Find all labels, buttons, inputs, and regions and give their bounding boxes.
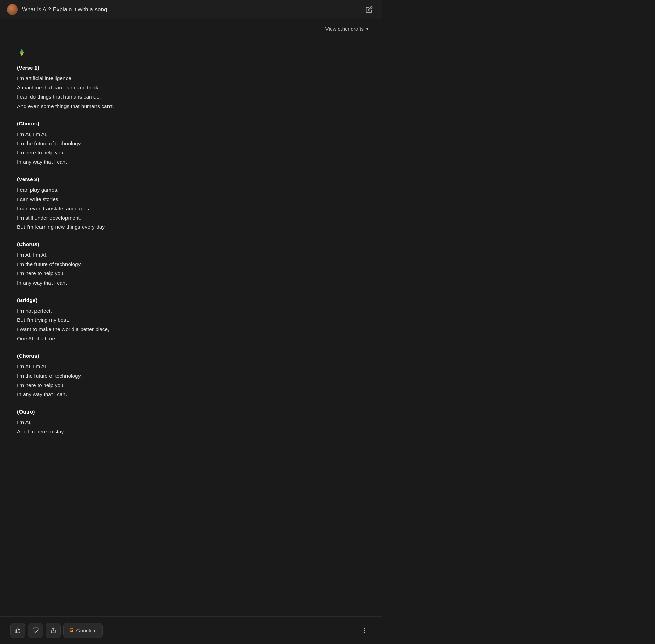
toolbar-actions-left: G Google it — [10, 623, 103, 638]
share-button[interactable] — [46, 623, 61, 638]
conversation-title: What is AI? Explain it with a song — [22, 6, 107, 13]
avatar — [7, 4, 18, 15]
song-line: In any way that I can. — [17, 390, 293, 399]
thumbs-down-icon — [32, 627, 39, 633]
share-icon — [50, 627, 56, 633]
thumbs-up-icon — [15, 627, 21, 633]
song-line: I can even translate languages. — [17, 204, 293, 213]
song-line: I'm still under development, — [17, 213, 293, 222]
song-line: I'm not perfect, — [17, 306, 293, 315]
song-section-header: (Chorus) — [17, 351, 293, 360]
song-line: And even some things that humans can't. — [17, 102, 293, 111]
song-section-header: (Verse 2) — [17, 175, 293, 184]
song-line: I'm the future of technology. — [17, 139, 293, 148]
google-it-label: Google it — [76, 628, 97, 633]
song-line: I can do things that humans can do, — [17, 92, 293, 101]
song-line: I'm AI, I'm AI, — [17, 130, 293, 139]
svg-point-2 — [364, 630, 365, 631]
song-line: I can write stories, — [17, 195, 293, 204]
song-section-header: (Verse 1) — [17, 63, 293, 72]
svg-point-1 — [364, 628, 365, 629]
song-section-header: (Bridge) — [17, 296, 293, 305]
song-section-header: (Outro) — [17, 407, 293, 416]
app-header: What is AI? Explain it with a song — [0, 0, 382, 19]
google-g-icon: G — [69, 627, 73, 633]
bottom-toolbar: G Google it — [0, 616, 382, 644]
song-line: I'm here to help you, — [17, 269, 293, 278]
song-line: But I'm learning new things every day. — [17, 222, 293, 231]
thumbs-down-button[interactable] — [28, 623, 43, 638]
song-line: I can play games, — [17, 185, 293, 194]
song-line: I'm AI, I'm AI, — [17, 362, 293, 371]
song-line: I'm the future of technology. — [17, 371, 293, 380]
song-section-header: (Chorus) — [17, 240, 293, 249]
header-left: What is AI? Explain it with a song — [7, 4, 107, 15]
song-line: In any way that I can. — [17, 157, 293, 166]
google-it-button[interactable]: G Google it — [63, 623, 103, 638]
song-line: I'm here to help you, — [17, 148, 293, 157]
song-line: I'm artificial intelligence, — [17, 74, 293, 83]
song-line: In any way that I can. — [17, 278, 293, 287]
edit-icon — [366, 6, 373, 13]
song-line: I'm here to help you, — [17, 380, 293, 390]
response-content: (Verse 1)I'm artificial intelligence,A m… — [0, 37, 307, 477]
song-line: One AI at a time. — [17, 334, 293, 343]
drafts-bar: View other drafts ▾ — [0, 19, 382, 37]
song-section-header: (Chorus) — [17, 119, 293, 128]
view-drafts-button[interactable]: View other drafts ▾ — [322, 24, 372, 34]
more-vertical-icon — [361, 627, 368, 634]
response-body: (Verse 1)I'm artificial intelligence,A m… — [14, 63, 293, 436]
view-drafts-label: View other drafts — [325, 26, 364, 32]
song-line: But I'm trying my best. — [17, 315, 293, 325]
song-line: I'm AI, — [17, 418, 293, 427]
gemini-star-icon — [17, 48, 27, 58]
more-options-button[interactable] — [357, 623, 372, 638]
svg-point-3 — [364, 632, 365, 633]
song-line: I'm the future of technology. — [17, 259, 293, 269]
avatar-image — [7, 4, 18, 15]
thumbs-up-button[interactable] — [10, 623, 25, 638]
chevron-down-icon: ▾ — [366, 27, 368, 31]
song-line: And I'm here to stay. — [17, 427, 293, 436]
edit-button[interactable] — [363, 3, 375, 16]
response-header — [14, 47, 293, 58]
song-line: A machine that can learn and think. — [17, 83, 293, 92]
song-line: I'm AI, I'm AI, — [17, 250, 293, 259]
song-line: I want to make the world a better place, — [17, 325, 293, 334]
